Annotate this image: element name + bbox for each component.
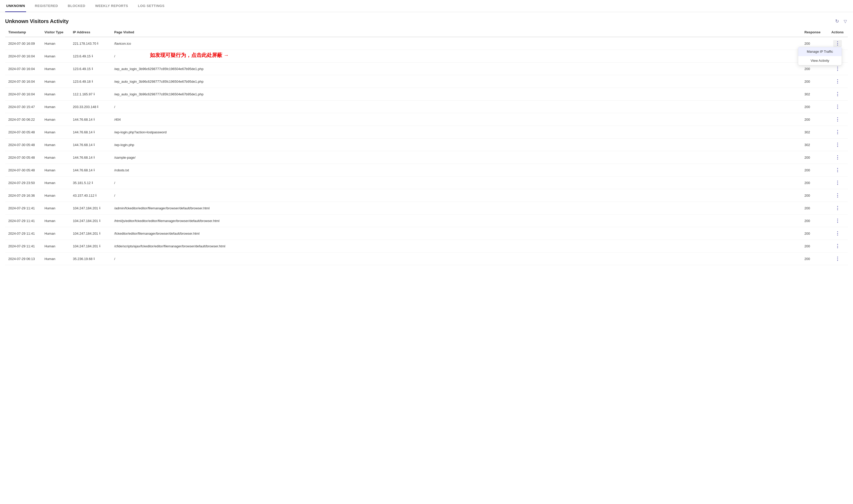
cell-page-visited: / bbox=[111, 189, 801, 202]
cell-timestamp: 2024-07-30 15:47 bbox=[5, 101, 41, 113]
refresh-button[interactable]: ↻ bbox=[834, 17, 840, 25]
cell-timestamp: 2024-07-30 16:04 bbox=[5, 62, 41, 75]
info-icon[interactable]: ℹ bbox=[99, 219, 101, 222]
info-icon[interactable]: ℹ bbox=[97, 42, 98, 45]
cell-visitor-type: Human bbox=[41, 215, 70, 227]
info-icon[interactable]: ℹ bbox=[93, 257, 95, 260]
actions-dropdown-wrapper: ⋮ bbox=[833, 141, 842, 148]
cell-actions: ⋮ bbox=[827, 126, 848, 139]
cell-actions: ⋮ bbox=[827, 240, 848, 253]
actions-dropdown-wrapper: ⋮ bbox=[833, 66, 842, 72]
actions-menu-button[interactable]: ⋮ bbox=[833, 91, 842, 97]
cell-visitor-type: Human bbox=[41, 177, 70, 189]
tab-log-settings[interactable]: LOG SETTINGS bbox=[137, 0, 166, 12]
info-icon[interactable]: ℹ bbox=[99, 244, 101, 248]
col-header-timestamp: Timestamp bbox=[5, 28, 41, 37]
cell-ip: 104.247.184.201 ℹ bbox=[70, 202, 111, 215]
cell-visitor-type: Human bbox=[41, 50, 70, 62]
cell-page-visited: /wp_auto_login_3b96c6298777c85fc196504e6… bbox=[111, 62, 801, 75]
actions-menu-button[interactable]: ⋮ bbox=[833, 141, 842, 148]
cell-page-visited: /404 bbox=[111, 113, 801, 126]
actions-menu-button[interactable]: ⋮ bbox=[833, 129, 842, 136]
actions-menu-button[interactable]: ⋮ bbox=[833, 78, 842, 85]
actions-menu-button[interactable]: ⋮ bbox=[833, 255, 842, 262]
cell-visitor-type: Human bbox=[41, 253, 70, 265]
info-icon[interactable]: ℹ bbox=[93, 118, 95, 121]
cell-timestamp: 2024-07-29 11:41 bbox=[5, 215, 41, 227]
col-header-page: Page Visited bbox=[111, 28, 801, 37]
info-icon[interactable]: ℹ bbox=[92, 67, 93, 71]
tab-unknown[interactable]: UNKNOWN bbox=[5, 0, 26, 12]
cell-page-visited: /html/js/editor/fckeditor/editor/fileman… bbox=[111, 215, 801, 227]
filter-button[interactable]: ▽ bbox=[843, 18, 848, 25]
actions-dropdown-wrapper: ⋮ bbox=[833, 243, 842, 249]
info-icon[interactable]: ℹ bbox=[99, 232, 101, 235]
col-header-visitor-type: Visitor Type bbox=[41, 28, 70, 37]
info-icon[interactable]: ℹ bbox=[93, 156, 95, 159]
cell-page-visited: / bbox=[111, 50, 801, 62]
tab-weekly-reports[interactable]: WEEKLY REPORTS bbox=[94, 0, 129, 12]
actions-menu-button[interactable]: ⋮ bbox=[833, 154, 842, 161]
actions-menu-button[interactable]: ⋮ bbox=[833, 243, 842, 249]
cell-actions: ⋮ bbox=[827, 202, 848, 215]
activity-table-container: Timestamp Visitor Type IP Address Page V… bbox=[0, 28, 853, 265]
cell-page-visited: /wp_auto_login_3b96c6298777c85fc196504e6… bbox=[111, 88, 801, 101]
cell-response: 200 bbox=[801, 189, 827, 202]
info-icon[interactable]: ℹ bbox=[92, 54, 93, 58]
info-icon[interactable]: ℹ bbox=[99, 206, 101, 210]
cell-timestamp: 2024-07-29 16:36 bbox=[5, 189, 41, 202]
cell-response: 200 bbox=[801, 75, 827, 88]
info-icon[interactable]: ℹ bbox=[92, 79, 93, 83]
actions-menu-button[interactable]: ⋮ bbox=[833, 167, 842, 174]
info-icon[interactable]: ℹ bbox=[95, 194, 97, 197]
cell-visitor-type: Human bbox=[41, 164, 70, 177]
cell-actions: ⋮ bbox=[827, 215, 848, 227]
actions-dropdown-wrapper: ⋮ bbox=[833, 217, 842, 224]
cell-ip: 221.178.143.70 ℹ bbox=[70, 37, 111, 50]
actions-dropdown-wrapper: ⋮ bbox=[833, 91, 842, 97]
table-row: 2024-07-30 05:48Human144.76.68.14 ℹ/robo… bbox=[5, 164, 848, 177]
info-icon[interactable]: ℹ bbox=[93, 143, 95, 147]
info-icon[interactable]: ℹ bbox=[93, 168, 95, 172]
page-header: Unknown Visitors Activity ↻ ▽ bbox=[0, 12, 853, 28]
cell-ip: 35.181.5.12 ℹ bbox=[70, 177, 111, 189]
actions-menu-button[interactable]: ⋮ bbox=[833, 179, 842, 186]
cell-response: 200 bbox=[801, 177, 827, 189]
actions-menu-button[interactable]: ⋮ bbox=[833, 40, 842, 47]
table-row: 2024-07-30 05:48Human144.76.68.14 ℹ/wp-l… bbox=[5, 139, 848, 151]
cell-ip: 43.157.40.112 ℹ bbox=[70, 189, 111, 202]
cell-page-visited: /sample-page/ bbox=[111, 151, 801, 164]
cell-actions: ⋮ bbox=[827, 88, 848, 101]
info-icon[interactable]: ℹ bbox=[92, 181, 93, 184]
tab-blocked[interactable]: BLOCKED bbox=[67, 0, 86, 12]
dropdown-manage-ip-traffic[interactable]: Manage IP Traffic bbox=[798, 47, 842, 56]
dropdown-view-activity[interactable]: View Activity bbox=[798, 56, 842, 65]
cell-ip: 104.247.184.201 ℹ bbox=[70, 215, 111, 227]
actions-dropdown-wrapper: ⋮ bbox=[833, 78, 842, 85]
actions-menu-button[interactable]: ⋮ bbox=[833, 103, 842, 110]
cell-ip: 123.6.49.18 ℹ bbox=[70, 75, 111, 88]
actions-menu-button[interactable]: ⋮ bbox=[833, 66, 842, 72]
cell-visitor-type: Human bbox=[41, 37, 70, 50]
table-row: 2024-07-30 16:04Human112.1.165.97 ℹ/wp_a… bbox=[5, 88, 848, 101]
actions-menu-button[interactable]: ⋮ bbox=[833, 116, 842, 123]
info-icon[interactable]: ℹ bbox=[93, 92, 95, 96]
cell-timestamp: 2024-07-30 16:04 bbox=[5, 50, 41, 62]
cell-response: 200 bbox=[801, 240, 827, 253]
actions-dropdown-wrapper: ⋮ bbox=[833, 167, 842, 174]
tab-registered[interactable]: REGISTERED bbox=[34, 0, 59, 12]
cell-timestamp: 2024-07-30 05:48 bbox=[5, 139, 41, 151]
info-icon[interactable]: ℹ bbox=[93, 130, 95, 134]
info-icon[interactable]: ℹ bbox=[97, 105, 98, 109]
actions-menu-button[interactable]: ⋮ bbox=[833, 192, 842, 199]
cell-ip: 203.33.203.148 ℹ bbox=[70, 101, 111, 113]
table-row: 2024-07-29 11:41Human104.247.184.201 ℹ/h… bbox=[5, 215, 848, 227]
actions-menu-button[interactable]: ⋮ bbox=[833, 217, 842, 224]
cell-timestamp: 2024-07-29 11:41 bbox=[5, 202, 41, 215]
col-header-response: Response bbox=[801, 28, 827, 37]
table-row: 2024-07-30 16:04Human123.6.49.15 ℹ/wp_au… bbox=[5, 62, 848, 75]
actions-menu-button[interactable]: ⋮ bbox=[833, 205, 842, 212]
cell-timestamp: 2024-07-29 11:41 bbox=[5, 227, 41, 240]
actions-menu-button[interactable]: ⋮ bbox=[833, 230, 842, 237]
cell-actions: ⋮ bbox=[827, 113, 848, 126]
